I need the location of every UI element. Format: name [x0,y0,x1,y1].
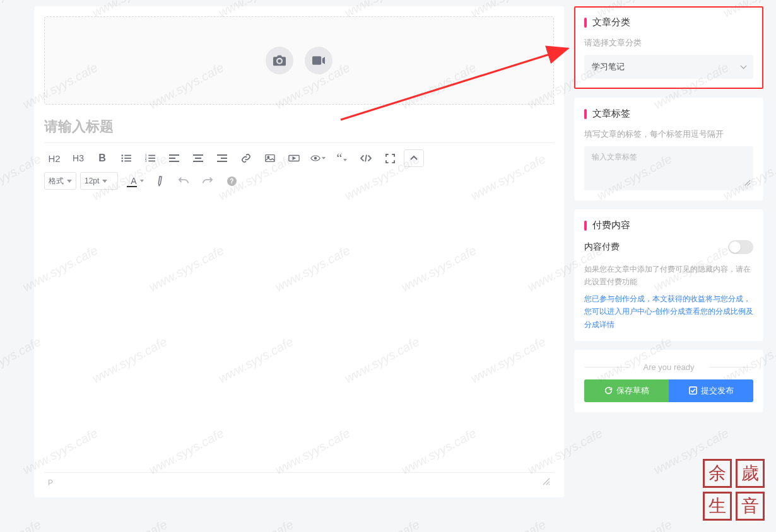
link-button[interactable] [236,149,256,167]
align-right-button[interactable] [212,149,232,167]
svg-rect-14 [169,161,179,162]
svg-rect-1 [124,155,131,156]
seal-stamp: 余 歲 生 音 [703,459,765,521]
redo-icon [203,176,213,185]
editor-panel: H2 H3 B 123 [34,6,564,497]
unordered-list-button[interactable] [116,149,136,167]
svg-rect-5 [124,161,131,162]
undo-button[interactable] [173,172,194,190]
svg-rect-11 [148,161,155,162]
code-icon [360,154,372,163]
svg-point-24 [314,157,316,159]
marker-icon [153,175,166,188]
save-draft-button[interactable]: 保存草稿 [584,379,669,402]
chevron-down-icon [140,180,144,182]
heading2-button[interactable]: H2 [44,149,64,167]
svg-text:3: 3 [145,159,147,163]
editor-statusbar: P [44,473,554,487]
category-selected: 学习笔记 [592,61,625,72]
editor-content-area[interactable] [44,192,554,473]
help-button[interactable]: ? [221,172,242,190]
media-dropzone[interactable] [44,16,554,105]
media-button[interactable] [284,149,304,167]
category-panel: 文章分类 请选择文章分类 学习笔记 [575,8,762,88]
chevron-up-icon [410,156,418,161]
check-square-icon [689,386,697,395]
svg-rect-7 [148,155,155,156]
resize-icon [744,180,751,186]
undo-icon [179,176,189,185]
media-icon [288,154,300,162]
svg-rect-20 [217,161,227,162]
ready-divider: Are you ready [584,362,753,372]
text-color-button[interactable]: A [122,172,146,190]
video-icon [312,56,325,65]
fontsize-select[interactable]: 12pt [80,172,118,190]
align-center-button[interactable] [188,149,208,167]
align-left-button[interactable] [164,149,184,167]
svg-rect-9 [148,158,155,159]
category-highlight: 文章分类 请选择文章分类 学习笔记 [574,6,763,89]
paid-toggle-label: 内容付费 [584,241,620,253]
upload-video-button[interactable] [305,47,332,74]
preview-button[interactable] [308,149,328,167]
list-ol-icon: 123 [145,154,155,163]
fullscreen-icon [385,154,395,163]
post-title-input[interactable] [44,119,554,135]
svg-rect-18 [217,154,227,156]
svg-rect-15 [193,154,203,156]
align-right-icon [217,154,227,162]
camera-icon [273,55,286,66]
submit-button[interactable]: 提交发布 [669,379,753,402]
paid-hint: 如果您在文章中添加了付费可见的隐藏内容，请在此设置付费功能 [584,263,753,289]
code-button[interactable] [356,149,376,167]
element-path: P [48,478,53,487]
collapse-button[interactable] [404,149,424,167]
refresh-icon [604,386,613,395]
ordered-list-button[interactable]: 123 [140,149,160,167]
format-select-label: 格式 [49,176,64,187]
svg-rect-19 [221,158,227,159]
redo-button[interactable] [197,172,218,190]
svg-point-22 [267,156,269,158]
fontsize-select-label: 12pt [85,176,99,185]
align-left-icon [169,154,179,162]
accent-bar [584,109,587,119]
resize-handle[interactable] [543,478,550,487]
accent-bar [584,18,587,28]
svg-point-2 [121,158,123,159]
category-title: 文章分类 [592,16,630,28]
svg-point-0 [121,154,123,156]
tags-input[interactable] [592,153,746,161]
heading3-button[interactable]: H3 [68,149,88,167]
bold-button[interactable]: B [92,149,112,167]
svg-rect-27 [689,387,696,394]
paid-link[interactable]: 您已参与创作分成，本文获得的收益将与您分成，您可以进入用户中心-创作分成查看您的… [584,292,753,331]
chevron-down-icon [67,180,72,183]
paid-toggle[interactable] [728,240,753,254]
svg-point-4 [121,160,123,162]
upload-photo-button[interactable] [266,47,293,74]
fullscreen-button[interactable] [380,149,400,167]
editor-toolbar: H2 H3 B 123 [44,142,554,192]
svg-rect-16 [195,158,201,159]
accent-bar [584,221,587,231]
chevron-down-icon [741,63,747,69]
align-center-icon [193,154,203,162]
actions-panel: Are you ready 保存草稿 提交发布 [574,350,763,412]
eye-icon [310,154,320,162]
quote-button[interactable]: “ [332,149,352,167]
format-select[interactable]: 格式 [44,172,76,190]
svg-text:?: ? [230,178,233,185]
category-select[interactable]: 学习笔记 [584,55,753,79]
resize-handle[interactable] [744,179,751,188]
image-button[interactable] [260,149,280,167]
list-ul-icon [121,154,131,163]
help-icon: ? [227,176,237,186]
svg-rect-13 [169,158,175,159]
tags-input-wrap [584,146,753,190]
paid-title: 付费内容 [592,219,630,231]
highlight-button[interactable] [150,172,170,190]
svg-rect-21 [266,155,274,162]
svg-rect-12 [169,154,179,156]
